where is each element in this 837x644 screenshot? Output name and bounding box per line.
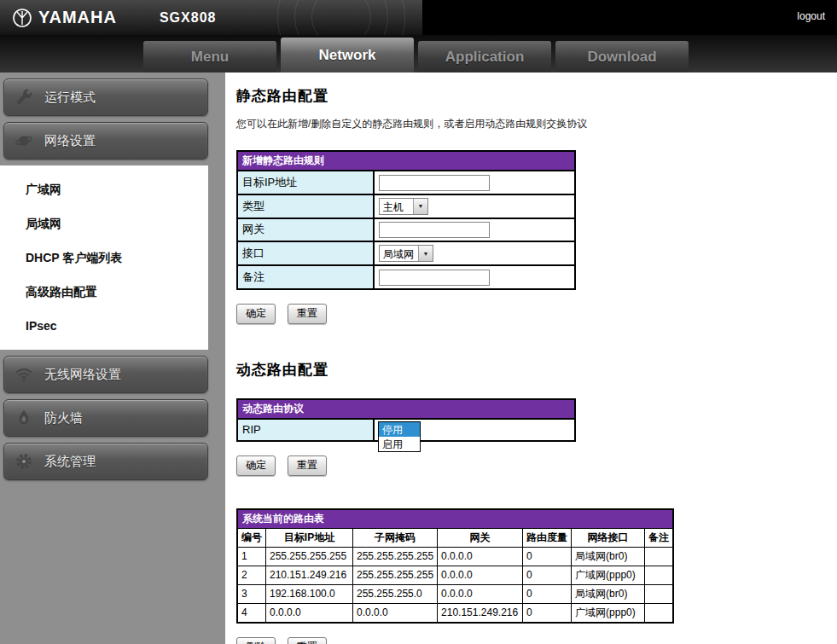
- table-header-row: 系统当前的路由表: [237, 509, 673, 529]
- route-table-buttons: 删除 重置: [236, 637, 820, 644]
- col-header-index: 编号: [237, 528, 266, 547]
- route-cell: 255.255.255.255: [353, 566, 438, 584]
- table-row: RIP 停用 启用: [237, 419, 575, 441]
- route-cell: 广域网(ppp0): [572, 603, 645, 623]
- chevron-down-icon: ▼: [413, 199, 427, 214]
- page-description: 您可以在此新增/删除自定义的静态路由规则，或者启用动态路由规则交换协议: [236, 117, 820, 131]
- col-header-gateway: 网关: [438, 528, 523, 547]
- delete-button[interactable]: 删除: [236, 637, 276, 644]
- static-form-buttons: 确定 重置: [236, 304, 820, 324]
- route-cell: 0.0.0.0: [438, 566, 523, 584]
- note-input[interactable]: [379, 270, 490, 286]
- sidebar-item-label: 系统管理: [44, 454, 96, 470]
- route-cell: 3: [237, 584, 266, 603]
- sidebar-item-network-settings[interactable]: 网络设置: [3, 122, 208, 160]
- sidebar-item-run-mode[interactable]: 运行模式: [3, 78, 208, 116]
- current-route-table: 系统当前的路由表 编号 目标IP地址 子网掩码 网关 路由度量 网络接口 备注 …: [236, 508, 674, 624]
- chevron-down-icon: ▼: [418, 246, 433, 261]
- field-label-type: 类型: [237, 194, 374, 218]
- static-form-title: 新增静态路由规则: [237, 151, 575, 171]
- tab-application[interactable]: Application: [418, 41, 551, 73]
- static-reset-button[interactable]: 重置: [288, 304, 327, 324]
- route-cell: 1: [237, 547, 266, 566]
- logout-link[interactable]: logout: [797, 10, 825, 22]
- table-row: 网关: [237, 218, 575, 242]
- type-select-value: 主机: [380, 199, 413, 214]
- sidebar-item-wireless-settings[interactable]: 无线网络设置: [3, 356, 208, 393]
- field-label-destination-ip: 目标IP地址: [237, 171, 374, 194]
- interface-select[interactable]: 局域网 ▼: [379, 245, 433, 262]
- route-cell: [645, 603, 674, 623]
- dynamic-section-title: 动态路由配置: [236, 360, 820, 380]
- route-cell: 局域网(br0): [572, 547, 645, 566]
- field-label-rip: RIP: [237, 419, 374, 441]
- submenu-item-dhcp-clients[interactable]: DHCP 客户端列表: [0, 241, 208, 276]
- field-label-interface: 接口: [237, 241, 374, 265]
- network-submenu: 广域网 局域网 DHCP 客户端列表 高级路由配置 IPsec: [0, 165, 208, 350]
- table-row: 接口 局域网 ▼: [237, 241, 575, 265]
- table-row: 2 210.151.249.216 255.255.255.255 0.0.0.…: [237, 566, 673, 584]
- tab-download[interactable]: Download: [555, 41, 689, 73]
- table-row: 3 192.168.100.0 255.255.255.0 0.0.0.0 0 …: [237, 584, 673, 603]
- submenu-item-wan[interactable]: 广域网: [0, 173, 208, 207]
- route-cell: 210.151.249.216: [438, 603, 523, 623]
- yamaha-logo-icon: [12, 8, 32, 28]
- static-route-form: 新增静态路由规则 目标IP地址 类型 主机 ▼ 网关 接口: [236, 150, 576, 290]
- main-content: 静态路由配置 您可以在此新增/删除自定义的静态路由规则，或者启用动态路由规则交换…: [225, 73, 837, 644]
- route-cell: 2: [237, 566, 266, 584]
- col-header-destination: 目标IP地址: [266, 528, 353, 547]
- tab-network[interactable]: Network: [281, 38, 414, 73]
- type-select[interactable]: 主机 ▼: [379, 198, 428, 215]
- rip-select-dropdown[interactable]: 停用 启用: [378, 421, 421, 452]
- table-row: 备注: [237, 265, 575, 289]
- sidebar-item-firewall[interactable]: 防火墙: [3, 399, 208, 437]
- top-header: YAMAHA SGX808 logout: [0, 0, 837, 35]
- col-header-netmask: 子网掩码: [353, 528, 438, 547]
- route-reset-button[interactable]: 重置: [288, 637, 327, 644]
- col-header-interface: 网络接口: [572, 528, 645, 547]
- sidebar-item-system-management[interactable]: 系统管理: [3, 443, 208, 480]
- dynamic-form-buttons: 确定 重置: [236, 455, 820, 476]
- route-cell: 局域网(br0): [572, 584, 645, 603]
- static-ok-button[interactable]: 确定: [236, 304, 276, 324]
- brand-area: YAMAHA SGX808: [0, 0, 422, 35]
- dynamic-form-title: 动态路由协议: [237, 399, 575, 419]
- field-label-note: 备注: [237, 265, 374, 289]
- route-cell: 0: [523, 566, 572, 584]
- dropdown-option-enable[interactable]: 启用: [379, 437, 420, 451]
- dynamic-reset-button[interactable]: 重置: [288, 455, 327, 476]
- tab-menu[interactable]: Menu: [143, 41, 276, 73]
- route-cell: 0: [523, 603, 572, 623]
- brand-name: YAMAHA: [38, 8, 117, 27]
- globe-icon: [13, 131, 35, 150]
- route-cell: [645, 547, 674, 566]
- gateway-input[interactable]: [379, 222, 490, 238]
- route-cell: 0.0.0.0: [438, 584, 523, 603]
- route-cell: 255.255.255.255: [353, 547, 438, 566]
- main-nav: Menu Network Application Download: [0, 35, 837, 73]
- route-cell: 0: [523, 584, 572, 603]
- wrench-icon: [13, 88, 35, 107]
- submenu-item-advanced-routing[interactable]: 高级路由配置: [0, 276, 208, 310]
- field-label-gateway: 网关: [237, 218, 374, 242]
- gear-icon: [13, 452, 35, 471]
- submenu-item-lan[interactable]: 局域网: [0, 207, 208, 241]
- dropdown-option-disable[interactable]: 停用: [379, 422, 420, 437]
- route-cell: 192.168.100.0: [266, 584, 353, 603]
- table-header-row: 新增静态路由规则: [237, 151, 575, 171]
- route-table-title: 系统当前的路由表: [237, 509, 673, 529]
- route-cell: 0.0.0.0: [353, 603, 438, 623]
- route-cell: 广域网(ppp0): [572, 566, 645, 584]
- sidebar-item-label: 运行模式: [44, 90, 96, 106]
- sidebar-item-label: 网络设置: [44, 133, 96, 149]
- wifi-icon: [13, 365, 35, 384]
- route-cell: 0.0.0.0: [438, 547, 523, 566]
- col-header-note: 备注: [645, 528, 674, 547]
- dynamic-ok-button[interactable]: 确定: [236, 455, 276, 476]
- route-cell: [645, 584, 674, 603]
- ripple-decoration: [277, 0, 405, 35]
- submenu-item-ipsec[interactable]: IPsec: [0, 310, 208, 342]
- table-row: 1 255.255.255.255 255.255.255.255 0.0.0.…: [237, 547, 673, 566]
- table-header-row: 动态路由协议: [237, 399, 575, 419]
- destination-ip-input[interactable]: [379, 175, 490, 191]
